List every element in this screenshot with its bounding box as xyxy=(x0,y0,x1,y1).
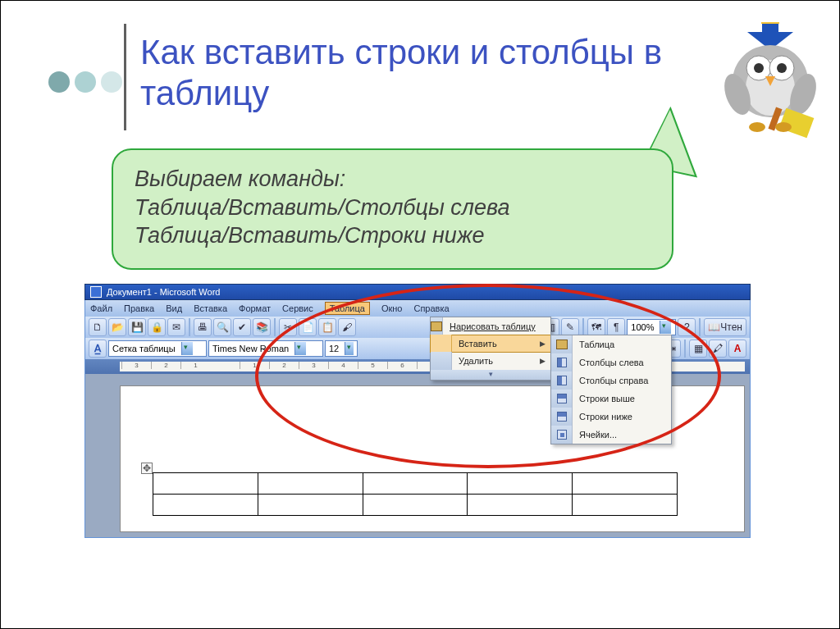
table-cell[interactable] xyxy=(363,495,468,516)
spell-check-icon[interactable]: ✔ xyxy=(233,318,251,336)
size-combo[interactable]: 12 xyxy=(325,340,358,357)
menu-item-label: Вставить xyxy=(452,339,540,349)
table-cell[interactable] xyxy=(258,495,363,516)
bullet-dot xyxy=(75,71,96,93)
menu-item-label: Столбцы справа xyxy=(573,376,671,385)
menu-item-columns-right[interactable]: Столбцы справа xyxy=(551,371,671,390)
document-table[interactable] xyxy=(153,472,678,516)
separator xyxy=(189,318,190,336)
menu-format[interactable]: Формат xyxy=(239,303,271,313)
speech-bubble: Выбираем команды: Таблица/Вставить/Столб… xyxy=(112,148,673,270)
rows-above-icon xyxy=(551,390,573,408)
menu-table-dropdown[interactable]: Нарисовать таблицу Вставить ▶ Удалить ▶ … xyxy=(430,317,551,381)
table-cell[interactable] xyxy=(153,495,258,516)
reading-mode-button[interactable]: 📖 Чтен xyxy=(704,318,746,336)
table-cell[interactable] xyxy=(258,473,363,495)
svg-point-15 xyxy=(775,122,792,132)
font-color-icon[interactable]: A xyxy=(728,340,746,358)
bullet-dot xyxy=(48,71,70,93)
open-icon[interactable]: 📂 xyxy=(108,318,126,336)
font-combo[interactable]: Times New Roman xyxy=(208,340,323,357)
borders-icon[interactable]: ▦ xyxy=(689,340,707,358)
dropdown-icon[interactable] xyxy=(294,342,306,355)
title-divider xyxy=(124,24,126,130)
blank-icon xyxy=(431,352,452,370)
menu-item-label: Ячейки... xyxy=(573,430,671,440)
menu-item-insert-table[interactable]: Таблица xyxy=(551,335,671,353)
menu-tools[interactable]: Сервис xyxy=(282,303,313,313)
highlight-icon[interactable]: 🖍 xyxy=(709,340,727,358)
table-cell[interactable] xyxy=(468,473,573,495)
show-marks-icon[interactable]: ¶ xyxy=(607,318,625,336)
dropdown-icon[interactable] xyxy=(660,321,671,334)
permissions-icon[interactable]: 🔒 xyxy=(148,318,166,336)
styles-icon[interactable]: A̲ xyxy=(89,340,107,358)
research-icon[interactable]: 📚 xyxy=(253,318,271,336)
new-doc-icon[interactable]: 🗋 xyxy=(89,318,107,336)
owl-mascot xyxy=(714,22,821,153)
table-cell[interactable] xyxy=(468,495,573,516)
submenu-insert[interactable]: Таблица Столбцы слева Столбцы справа Стр… xyxy=(550,335,672,444)
table-cell[interactable] xyxy=(153,473,258,495)
menu-item-draw-table[interactable]: Нарисовать таблицу xyxy=(431,317,550,335)
font-value: Times New Roman xyxy=(212,344,289,353)
bullet-dot xyxy=(101,71,122,93)
save-icon[interactable]: 💾 xyxy=(128,318,146,336)
menu-insert[interactable]: Вставка xyxy=(194,303,227,313)
menu-help[interactable]: Справка xyxy=(413,303,449,313)
menu-edit[interactable]: Правка xyxy=(124,303,154,313)
bubble-line: Таблица/Вставить/Столбцы слева xyxy=(135,194,651,222)
menu-file[interactable]: Файл xyxy=(90,303,112,313)
drawing-icon[interactable]: ✎ xyxy=(561,318,579,336)
bubble-line: Выбираем команды: xyxy=(135,165,651,194)
menu-item-label: Столбцы слева xyxy=(573,358,671,367)
table-cell[interactable] xyxy=(363,473,468,495)
table-cell[interactable] xyxy=(573,495,678,516)
menu-item-rows-above[interactable]: Строки выше xyxy=(551,390,671,408)
menu-expand-chevron-icon[interactable]: ▾ xyxy=(431,370,550,380)
menu-item-delete[interactable]: Удалить ▶ xyxy=(431,352,550,370)
columns-right-icon xyxy=(551,371,573,390)
dropdown-icon[interactable] xyxy=(181,342,193,355)
cut-icon[interactable]: ✂ xyxy=(279,318,297,336)
insert-table-icon xyxy=(551,335,573,353)
size-value: 12 xyxy=(329,344,339,353)
menu-item-label: Строки выше xyxy=(573,394,671,403)
menu-item-label: Нарисовать таблицу xyxy=(443,321,555,331)
style-combo[interactable]: Сетка таблицы xyxy=(108,340,207,357)
submenu-arrow-icon: ▶ xyxy=(540,357,550,365)
help-icon[interactable]: ? xyxy=(678,318,696,336)
menu-table[interactable]: Таблица xyxy=(325,302,370,315)
mail-icon[interactable]: ✉ xyxy=(167,318,185,336)
menu-item-label: Удалить xyxy=(452,356,540,366)
menu-window[interactable]: Окно xyxy=(381,303,403,313)
doc-map-icon[interactable]: 🗺 xyxy=(587,318,605,336)
menu-item-columns-left[interactable]: Столбцы слева xyxy=(551,353,671,371)
slide-bullets xyxy=(48,71,122,93)
slide-title: Как вставить строки и столбцы в таблицу xyxy=(140,32,698,113)
menu-item-label: Строки ниже xyxy=(573,412,671,422)
format-painter-icon[interactable]: 🖌 xyxy=(338,318,356,336)
ruler-tick: 2 xyxy=(151,362,180,369)
separator xyxy=(684,340,686,358)
paste-icon[interactable]: 📋 xyxy=(318,318,336,336)
table-cell[interactable] xyxy=(573,473,678,495)
copy-icon[interactable]: 📄 xyxy=(299,318,317,336)
svg-point-7 xyxy=(754,63,764,73)
rows-below-icon xyxy=(551,408,573,426)
dropdown-icon[interactable] xyxy=(345,342,354,355)
print-preview-icon[interactable]: 🔍 xyxy=(213,318,231,336)
word-title-text: Документ1 - Microsoft Word xyxy=(107,287,220,297)
menu-item-rows-below[interactable]: Строки ниже xyxy=(551,408,671,426)
menu-item-insert[interactable]: Вставить ▶ xyxy=(430,335,551,353)
ruler-tick: 3 xyxy=(121,362,151,369)
ruler-tick: 1 xyxy=(180,362,210,369)
zoom-combo[interactable]: 100% xyxy=(627,319,676,335)
menu-item-cells[interactable]: Ячейки... xyxy=(551,426,671,444)
table-move-handle-icon[interactable]: ✥ xyxy=(141,463,153,474)
ruler-tick: 4 xyxy=(328,362,358,369)
word-menubar[interactable]: Файл Правка Вид Вставка Формат Сервис Та… xyxy=(84,300,751,317)
zoom-value: 100% xyxy=(631,322,654,332)
print-icon[interactable]: 🖶 xyxy=(194,318,212,336)
menu-view[interactable]: Вид xyxy=(166,303,182,313)
